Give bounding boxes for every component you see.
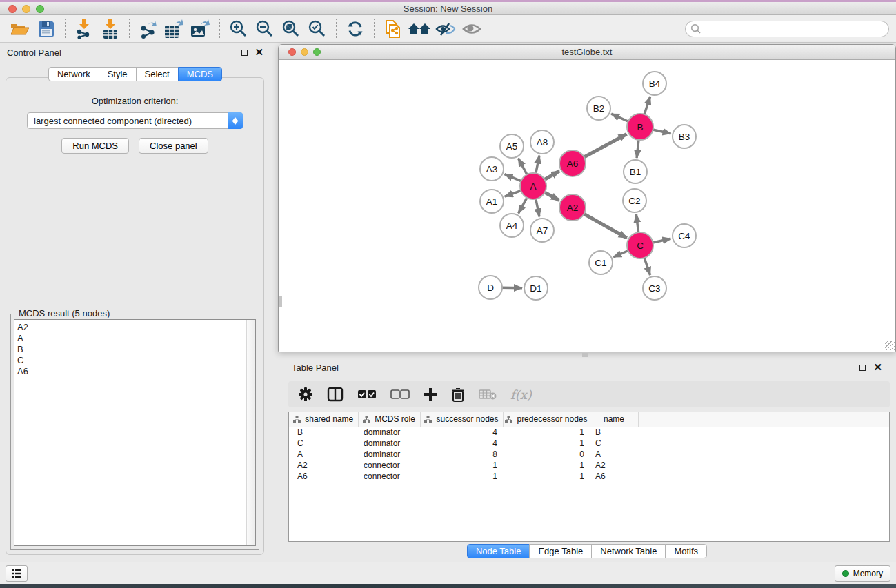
close-panel-button[interactable]: Close panel <box>139 138 208 154</box>
column-header-predecessor-nodes[interactable]: predecessor nodes <box>503 412 590 427</box>
node-B4[interactable]: B4 <box>643 72 666 95</box>
tab-edge-table[interactable]: Edge Table <box>529 544 592 558</box>
search-field[interactable] <box>685 21 889 37</box>
canvas-horizontal-scroll-thumb[interactable] <box>582 353 588 357</box>
cell-mcds-role[interactable]: dominator <box>358 427 420 438</box>
column-header-name[interactable]: name <box>590 412 638 427</box>
mcds-result-item[interactable]: A <box>17 333 255 344</box>
export-table-button[interactable] <box>161 18 188 40</box>
node-C3[interactable]: C3 <box>643 276 666 300</box>
toggle-birdseye-button[interactable] <box>432 18 459 40</box>
tab-network[interactable]: Network <box>48 67 99 81</box>
network-close-button[interactable] <box>288 48 296 56</box>
cell-shared-name[interactable]: A <box>289 449 358 460</box>
cell-predecessor-nodes[interactable]: 1 <box>503 427 590 438</box>
node-B3[interactable]: B3 <box>673 125 696 148</box>
show-panels-button[interactable] <box>6 565 28 582</box>
export-network-button[interactable] <box>135 18 161 40</box>
cell-successor-nodes[interactable]: 4 <box>420 438 503 449</box>
table-row[interactable]: A2connector11A2 <box>289 460 889 471</box>
zoom-fit-button[interactable] <box>278 18 304 40</box>
cell-predecessor-nodes[interactable]: 1 <box>503 438 590 449</box>
cell-name[interactable]: B <box>590 427 638 438</box>
mcds-result-item[interactable]: B <box>17 344 255 355</box>
export-image-button[interactable] <box>188 18 214 40</box>
zoom-selected-button[interactable] <box>304 18 330 40</box>
close-table-panel-icon[interactable]: ✕ <box>873 364 882 371</box>
cell-mcds-role[interactable]: connector <box>358 471 420 482</box>
tab-mcds[interactable]: MCDS <box>178 67 222 81</box>
table-row[interactable]: A6connector11A6 <box>289 471 889 482</box>
column-header-successor-nodes[interactable]: successor nodes <box>420 412 503 427</box>
cell-predecessor-nodes[interactable]: 1 <box>503 471 590 482</box>
cell-mcds-role[interactable]: dominator <box>358 438 420 449</box>
zoom-in-button[interactable] <box>226 18 252 40</box>
cell-mcds-role[interactable]: dominator <box>358 449 420 460</box>
network-canvas[interactable]: B4B2BB3A8A5A6A3B1AA1C2A2A4A7C4CC1C3DD1 <box>279 61 895 352</box>
network-window-titlebar[interactable]: testGlobe.txt <box>279 45 895 60</box>
node-A5[interactable]: A5 <box>500 134 524 158</box>
network-zoom-button[interactable] <box>313 48 321 56</box>
close-window-button[interactable] <box>8 5 17 13</box>
cell-shared-name[interactable]: B <box>289 427 358 438</box>
mcds-result-item[interactable]: C <box>17 355 255 366</box>
node-C[interactable]: C <box>627 232 653 258</box>
select-all-button[interactable] <box>357 384 377 405</box>
tab-network-table[interactable]: Network Table <box>591 544 666 558</box>
cell-successor-nodes[interactable]: 4 <box>420 427 503 438</box>
float-table-panel-icon[interactable] <box>859 365 866 371</box>
add-column-button[interactable] <box>424 384 437 405</box>
mcds-result-item[interactable]: A2 <box>17 322 255 333</box>
run-mcds-button[interactable]: Run MCDS <box>61 138 129 154</box>
memory-button[interactable]: Memory <box>835 565 890 582</box>
node-A4[interactable]: A4 <box>500 214 524 237</box>
cell-shared-name[interactable]: A6 <box>289 471 358 482</box>
tab-style[interactable]: Style <box>99 67 137 81</box>
node-A3[interactable]: A3 <box>480 157 504 181</box>
network-minimize-button[interactable] <box>301 48 308 56</box>
node-D1[interactable]: D1 <box>524 276 548 300</box>
node-B1[interactable]: B1 <box>624 160 647 183</box>
window-resize-grip[interactable] <box>885 341 895 350</box>
column-header-mcds-role[interactable]: MCDS role <box>358 412 420 427</box>
clone-network-button[interactable] <box>380 18 406 40</box>
column-header-shared-name[interactable]: shared name <box>289 412 358 427</box>
mcds-result-list[interactable]: A2ABCA6 <box>14 319 256 546</box>
cell-shared-name[interactable]: C <box>289 438 358 449</box>
import-table-button[interactable] <box>97 18 123 40</box>
node-A6[interactable]: A6 <box>559 150 586 176</box>
cell-predecessor-nodes[interactable]: 1 <box>503 460 590 471</box>
node-A2[interactable]: A2 <box>559 194 586 221</box>
float-panel-icon[interactable] <box>241 50 248 56</box>
tab-node-table[interactable]: Node Table <box>467 544 530 558</box>
table-row[interactable]: Adominator80A <box>289 449 889 460</box>
node-A8[interactable]: A8 <box>530 130 554 154</box>
canvas-vertical-scroll-thumb[interactable] <box>279 296 282 307</box>
cell-name[interactable]: A <box>590 449 638 460</box>
search-input[interactable] <box>704 23 888 35</box>
table-settings-button[interactable] <box>298 384 313 405</box>
save-session-button[interactable] <box>33 18 59 40</box>
zoom-out-button[interactable] <box>252 18 278 40</box>
tab-motifs[interactable]: Motifs <box>665 544 707 558</box>
show-columns-button[interactable] <box>327 384 344 405</box>
table-row[interactable]: Cdominator41C <box>289 438 889 449</box>
node-D[interactable]: D <box>479 276 502 299</box>
import-network-button[interactable] <box>71 18 97 40</box>
node-A1[interactable]: A1 <box>480 190 504 213</box>
node-C1[interactable]: C1 <box>589 251 613 274</box>
function-builder-button[interactable]: f(x) <box>510 387 532 402</box>
node-A[interactable]: A <box>520 173 546 199</box>
open-file-button[interactable] <box>7 18 33 40</box>
cell-successor-nodes[interactable]: 1 <box>420 471 503 482</box>
mcds-result-item[interactable]: A6 <box>17 366 255 377</box>
minimize-window-button[interactable] <box>22 5 30 13</box>
cell-successor-nodes[interactable]: 8 <box>420 449 503 460</box>
table-row[interactable]: Bdominator41B <box>289 427 889 438</box>
criterion-select[interactable]: largest connected component (directed) <box>27 112 243 129</box>
cell-successor-nodes[interactable]: 1 <box>420 460 503 471</box>
close-panel-icon[interactable]: ✕ <box>255 49 263 56</box>
cell-mcds-role[interactable]: connector <box>358 460 420 471</box>
show-hide-button[interactable] <box>459 18 485 40</box>
cell-name[interactable]: A2 <box>590 460 638 471</box>
